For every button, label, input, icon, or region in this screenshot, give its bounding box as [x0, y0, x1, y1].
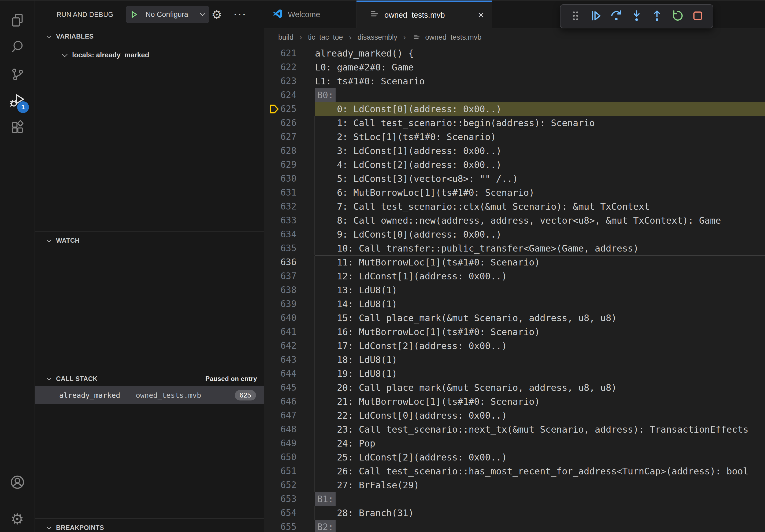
line-number[interactable]: 642 — [264, 339, 315, 353]
call-stack-section-header[interactable]: CALL STACK Paused on entry — [35, 372, 264, 385]
code-line-628[interactable]: 628 3: LdConst[1](address: 0x00..) — [264, 144, 765, 158]
line-number[interactable]: 646 — [264, 395, 315, 408]
toolbar-drag-handle[interactable] — [568, 9, 583, 24]
code-line-648[interactable]: 648 23: Call test_scenario::next_tx(&mut… — [264, 422, 765, 436]
step-over-button[interactable] — [609, 9, 624, 24]
line-number[interactable]: 634 — [264, 227, 315, 241]
code-line-631[interactable]: 631 6: MutBorrowLoc[1](ts#1#0: Scenario) — [264, 186, 765, 199]
code-line-638[interactable]: 638 13: LdU8(1) — [264, 283, 765, 297]
code-line-652[interactable]: 652 27: BrFalse(29) — [264, 478, 765, 492]
line-number[interactable]: 631 — [264, 186, 315, 199]
variables-scope-locals[interactable]: locals: already_marked — [35, 48, 264, 62]
watch-section-header[interactable]: WATCH — [35, 234, 264, 247]
start-debugging-button[interactable] — [126, 6, 141, 23]
activity-bar-item-search[interactable] — [0, 34, 35, 60]
line-number[interactable]: 637 — [264, 269, 315, 283]
line-number[interactable]: 624 — [264, 88, 315, 102]
line-number[interactable]: 653 — [264, 492, 315, 506]
line-number[interactable]: 623 — [264, 74, 315, 88]
close-icon[interactable]: ✕ — [478, 10, 484, 20]
code-line-626[interactable]: 626 1: Call test_scenario::begin(address… — [264, 116, 765, 130]
code-line-622[interactable]: 622L0: game#2#0: Game — [264, 60, 765, 74]
activity-bar-item-accounts[interactable] — [0, 469, 35, 495]
line-number[interactable]: 625 — [264, 102, 315, 116]
code-line-624[interactable]: 624B0: — [264, 88, 765, 102]
code-line-644[interactable]: 644 19: LdU8(1) — [264, 367, 765, 381]
line-number[interactable]: 629 — [264, 158, 315, 172]
disassembly-code-view[interactable]: 621already_marked() {622L0: game#2#0: Ga… — [264, 46, 765, 532]
line-number[interactable]: 650 — [264, 450, 315, 464]
code-line-625[interactable]: 625 0: LdConst[0](address: 0x00..) — [264, 102, 765, 116]
code-line-641[interactable]: 641 16: MutBorrowLoc[1](ts#1#0: Scenario… — [264, 325, 765, 339]
code-line-630[interactable]: 630 5: LdConst[3](vector<u8>: "" /..) — [264, 172, 765, 186]
line-number[interactable]: 628 — [264, 144, 315, 158]
line-number[interactable]: 655 — [264, 520, 315, 532]
line-number[interactable]: 640 — [264, 311, 315, 325]
code-line-632[interactable]: 632 7: Call test_scenario::ctx(&mut Scen… — [264, 199, 765, 213]
line-number[interactable]: 621 — [264, 46, 315, 60]
line-number[interactable]: 649 — [264, 436, 315, 450]
debug-settings-gear-icon[interactable]: ⚙︎ — [212, 1, 222, 28]
restart-button[interactable] — [670, 9, 685, 24]
code-line-654[interactable]: 654 28: Branch(31) — [264, 506, 765, 520]
activity-bar-item-settings[interactable]: ⚙︎ — [0, 506, 35, 532]
line-number[interactable]: 652 — [264, 478, 315, 492]
breakpoints-section-header[interactable]: BREAKPOINTS — [35, 521, 264, 532]
code-line-633[interactable]: 633 8: Call owned::new(address, address,… — [264, 213, 765, 227]
line-number[interactable]: 651 — [264, 464, 315, 478]
code-line-639[interactable]: 639 14: LdU8(1) — [264, 297, 765, 311]
line-number[interactable]: 632 — [264, 199, 315, 213]
code-line-646[interactable]: 646 21: MutBorrowLoc[1](ts#1#0: Scenario… — [264, 395, 765, 408]
step-into-button[interactable] — [629, 9, 644, 24]
line-number[interactable]: 645 — [264, 381, 315, 395]
code-line-621[interactable]: 621already_marked() { — [264, 46, 765, 60]
line-number[interactable]: 622 — [264, 60, 315, 74]
line-number[interactable]: 635 — [264, 241, 315, 255]
code-line-655[interactable]: 655B2: — [264, 520, 765, 532]
code-line-651[interactable]: 651 26: Call test_scenario::has_most_rec… — [264, 464, 765, 478]
breadcrumb-item[interactable]: disassembly — [358, 33, 397, 42]
code-line-627[interactable]: 627 2: StLoc[1](ts#1#0: Scenario) — [264, 130, 765, 144]
line-number[interactable]: 644 — [264, 367, 315, 381]
code-line-634[interactable]: 634 9: LdConst[0](address: 0x00..) — [264, 227, 765, 241]
line-number[interactable]: 639 — [264, 297, 315, 311]
activity-bar-item-extensions[interactable] — [0, 115, 35, 140]
line-number[interactable]: 647 — [264, 408, 315, 422]
breadcrumb-item[interactable]: build — [278, 33, 294, 42]
tab-owned-tests-mvb[interactable]: owned_tests.mvb✕ — [357, 1, 492, 28]
line-number[interactable]: 641 — [264, 325, 315, 339]
activity-bar-item-explorer[interactable] — [0, 8, 35, 33]
breadcrumb[interactable]: build›tic_tac_toe›disassembly›owned_test… — [264, 28, 765, 46]
activity-bar-item-source-control[interactable] — [0, 62, 35, 87]
tab-welcome[interactable]: Welcome — [264, 1, 357, 28]
line-number[interactable]: 630 — [264, 172, 315, 186]
line-number[interactable]: 643 — [264, 353, 315, 367]
code-line-636[interactable]: 636 11: MutBorrowLoc[1](ts#1#0: Scenario… — [264, 255, 765, 269]
line-number[interactable]: 638 — [264, 283, 315, 297]
code-line-653[interactable]: 653B1: — [264, 492, 765, 506]
code-line-635[interactable]: 635 10: Call transfer::public_transfer<G… — [264, 241, 765, 255]
line-number[interactable]: 626 — [264, 116, 315, 130]
activity-bar-item-run-and-debug[interactable]: 1 — [0, 88, 35, 114]
call-stack-frame-row[interactable]: already_marked owned_tests.mvb 625 — [35, 386, 264, 404]
line-number[interactable]: 627 — [264, 130, 315, 144]
code-line-637[interactable]: 637 12: LdConst[1](address: 0x00..) — [264, 269, 765, 283]
line-number[interactable]: 636 — [264, 255, 315, 269]
line-number[interactable]: 633 — [264, 213, 315, 227]
launch-configuration-dropdown[interactable]: No Configura — [126, 6, 209, 23]
breadcrumb-item[interactable]: tic_tac_toe — [308, 33, 343, 42]
line-number[interactable]: 648 — [264, 422, 315, 436]
code-line-642[interactable]: 642 17: LdConst[2](address: 0x00..) — [264, 339, 765, 353]
code-line-650[interactable]: 650 25: LdConst[2](address: 0x00..) — [264, 450, 765, 464]
variables-section-header[interactable]: VARIABLES — [35, 30, 264, 43]
line-number[interactable]: 654 — [264, 506, 315, 520]
code-line-623[interactable]: 623L1: ts#1#0: Scenario — [264, 74, 765, 88]
code-line-645[interactable]: 645 20: Call place_mark(&mut Scenario, a… — [264, 381, 765, 395]
code-line-629[interactable]: 629 4: LdConst[2](address: 0x00..) — [264, 158, 765, 172]
step-out-button[interactable] — [649, 9, 664, 24]
code-line-643[interactable]: 643 18: LdU8(1) — [264, 353, 765, 367]
code-line-640[interactable]: 640 15: Call place_mark(&mut Scenario, a… — [264, 311, 765, 325]
breadcrumb-item-file[interactable]: owned_tests.mvb — [412, 32, 481, 42]
more-actions-icon[interactable]: ··· — [234, 1, 247, 28]
code-line-649[interactable]: 649 24: Pop — [264, 436, 765, 450]
